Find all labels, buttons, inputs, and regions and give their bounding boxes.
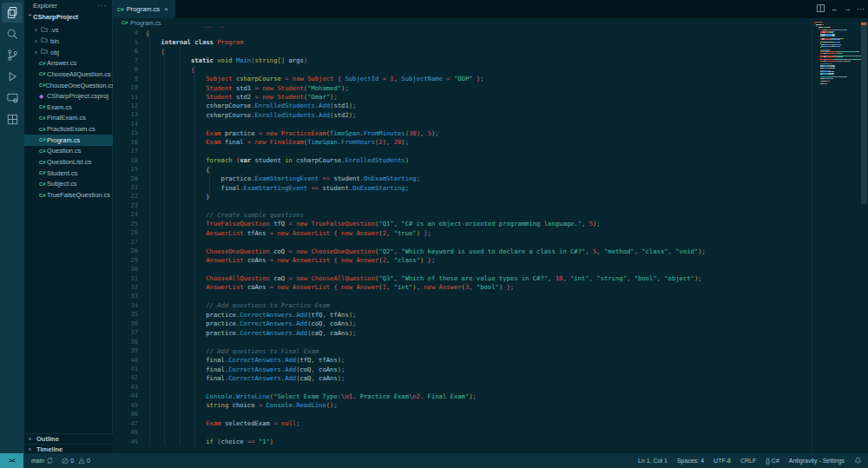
sidebar-item-chooseonequestion-cs[interactable]: C#ChooseOneQuestion.cs xyxy=(24,80,113,91)
code-line[interactable]: 29AnswerList coAns = new AnswerList { ne… xyxy=(113,255,812,264)
sidebar-item-finalexam-cs[interactable]: C#FinalExam.cs xyxy=(24,113,113,124)
explorer-more-actions-icon[interactable]: ··· xyxy=(98,2,108,10)
sidebar-item-obj[interactable]: ›obj xyxy=(24,47,113,58)
editor-action-navigate-back[interactable]: ← xyxy=(831,5,838,13)
code-line[interactable]: 49if (choice == "1") xyxy=(113,437,812,445)
sidebar-item-exam-cs[interactable]: C#Exam.cs xyxy=(24,102,113,113)
git-branch-status[interactable]: main xyxy=(31,457,54,465)
sidebar-item-chooseallquestion-cs[interactable]: C#ChooseAllQuestion.cs xyxy=(24,69,113,80)
tab-program-cs[interactable]: C# Program.cs × xyxy=(113,0,176,18)
code-line[interactable]: 47Exam selectedExam = null; xyxy=(113,419,812,428)
code-line[interactable]: 42final.CorrectAnswers.Add(caQ, caAns); xyxy=(113,373,812,382)
code-line[interactable]: 44Console.WriteLine("Select Exam Type:\n… xyxy=(113,392,812,400)
editor-action-split-editor[interactable] xyxy=(816,3,825,15)
code-line[interactable]: 17 xyxy=(113,147,812,155)
code-line[interactable]: 31ChooseAllQuestion caQ = new ChooseAllQ… xyxy=(113,274,812,282)
breadcrumb[interactable]: C# Program.cs xyxy=(113,18,812,27)
explorer-root-folder[interactable]: › CSharpProject xyxy=(24,11,112,23)
code-line[interactable]: 22} xyxy=(113,192,812,201)
code-line[interactable]: 36practice.CorrectAnswers.Add(coQ, coAns… xyxy=(113,320,812,328)
status-settings-sync[interactable]: Antigravity - Settings xyxy=(789,458,845,464)
code-line[interactable]: 38 xyxy=(113,337,812,346)
activity-bar-item-search[interactable] xyxy=(2,24,23,44)
sidebar-item-question-cs[interactable]: C#Question.cs xyxy=(24,146,113,157)
code-line[interactable]: 5internal class Program xyxy=(113,38,812,47)
code-line[interactable]: 8{ xyxy=(113,65,812,74)
editor-action-navigate-forward[interactable]: → xyxy=(844,5,852,13)
code-line[interactable]: 7static void Main(string[] args) xyxy=(113,56,812,65)
status-eol[interactable]: CRLF xyxy=(740,458,756,464)
line-number: 37 xyxy=(113,329,141,336)
notifications-bell-icon[interactable] xyxy=(854,457,862,465)
code-line[interactable]: 33 xyxy=(113,292,812,300)
activity-bar-item-explorer[interactable] xyxy=(2,3,23,23)
code-line[interactable]: 48 xyxy=(113,428,812,437)
code-line[interactable]: 11Student std2 = new Student("Omar"); xyxy=(113,92,812,101)
code-line[interactable]: 37practice.CorrectAnswers.Add(caQ, caAns… xyxy=(113,328,812,337)
code-line[interactable]: 30 xyxy=(113,265,812,274)
code-line[interactable]: 35practice.CorrectAnswers.Add(tfQ, tfAns… xyxy=(113,310,812,319)
editor-scrollbar[interactable] xyxy=(860,18,868,453)
code-line[interactable]: 39// Add questions to Final Exam xyxy=(113,346,812,355)
status-language-mode[interactable]: {} C# xyxy=(766,458,779,464)
code-line[interactable]: 45string choice = Console.ReadLine(); xyxy=(113,401,812,410)
code-line[interactable]: 12csharpCourse.EnrolledStudents.Add(std1… xyxy=(113,102,812,110)
code-line[interactable]: 46 xyxy=(113,410,812,419)
code-text: final.CorrectAnswers.Add(coQ, coAns); xyxy=(146,366,345,373)
code-line[interactable]: 19{ xyxy=(113,165,812,174)
remote-indicator[interactable]: >< xyxy=(0,453,23,468)
code-line[interactable]: 26AnswerList tfAns = new AnswerList { ne… xyxy=(113,228,812,237)
remote-window-icon xyxy=(6,91,19,104)
sidebar-item-student-cs[interactable]: C#Student.cs xyxy=(24,168,113,179)
sidebar-item-bin[interactable]: ›bin xyxy=(24,36,113,47)
code-line[interactable]: 6{ xyxy=(113,47,812,56)
code-line[interactable]: 23 xyxy=(113,201,812,210)
status-indentation[interactable]: Spaces: 4 xyxy=(677,458,704,464)
code-line[interactable]: 4{ xyxy=(113,29,812,37)
code-line[interactable]: 20practice.ExamStartingEvent += student.… xyxy=(113,174,812,182)
code-line[interactable]: 41final.CorrectAnswers.Add(coQ, coAns); xyxy=(113,365,812,373)
sidebar-item-truefalsequestion-cs[interactable]: C#TrueFalseQuestion.cs xyxy=(24,189,113,201)
sidebar-item-subject-cs[interactable]: C#Subject.cs xyxy=(24,179,113,190)
close-tab-icon[interactable]: × xyxy=(164,5,168,13)
code-line[interactable]: 14 xyxy=(113,120,812,129)
status-cursor-position[interactable]: Ln 1, Col 1 xyxy=(638,458,667,464)
activity-bar-item-run-debug[interactable] xyxy=(2,67,23,87)
code-editor[interactable]: 3namespace csharp_project4{5internal cla… xyxy=(113,27,812,453)
code-line[interactable]: 9Subject csharpCourse = new Subject { Su… xyxy=(113,74,812,82)
code-line[interactable]: 43 xyxy=(113,383,812,392)
code-line[interactable]: 16Exam final = new FinalExam(TimeSpan.Fr… xyxy=(113,138,812,147)
code-line[interactable]: 21final.ExamStartingEvent += student.OnE… xyxy=(113,183,812,192)
sidebar-item-questionlist-cs[interactable]: C#QuestionList.cs xyxy=(24,156,113,168)
code-line[interactable]: 13csharpCourse.EnrolledStudents.Add(std2… xyxy=(113,110,812,119)
status-encoding[interactable]: UTF-8 xyxy=(713,458,731,464)
code-line[interactable]: 40final.CorrectAnswers.Add(tfQ, tfAns); xyxy=(113,355,812,364)
problems-status[interactable]: 0 0 xyxy=(62,458,90,465)
minimap[interactable] xyxy=(812,18,860,453)
sidebar-item-csharpproject-csproj[interactable]: ◈CSharpProject.csproj xyxy=(24,90,113,102)
panel-outline[interactable]: ›Outline xyxy=(24,433,113,444)
code-line[interactable]: 24// Create sample questions xyxy=(113,210,812,219)
code-line[interactable]: 10Student std1 = new Student("Mohamed"); xyxy=(113,83,812,92)
panel-timeline[interactable]: ›Timeline xyxy=(24,444,113,454)
code-line[interactable]: 18foreach (var student in csharpCourse.E… xyxy=(113,155,812,164)
file-label: .vs xyxy=(50,26,59,34)
code-line[interactable]: 32AnswerList caAns = new AnswerList { ne… xyxy=(113,283,812,292)
scrollbar-thumb[interactable] xyxy=(861,22,867,204)
line-number: 3 xyxy=(113,27,141,28)
code-line[interactable]: 27 xyxy=(113,238,812,247)
code-line[interactable]: 34// Add questions to Practice Exam xyxy=(113,301,812,310)
csharp-file-icon: C# xyxy=(39,181,47,187)
activity-bar-item-extensions[interactable] xyxy=(2,109,23,129)
sidebar-item--vs[interactable]: ›.vs xyxy=(24,25,113,36)
code-line[interactable]: 25TrueFalseQuestion tfQ = new TrueFalseQ… xyxy=(113,220,812,228)
code-line[interactable]: 28ChooseOneQuestion coQ = new ChooseOneQ… xyxy=(113,247,812,255)
sidebar-item-program-cs[interactable]: C#Program.cs xyxy=(24,135,113,146)
editor-action-more-actions[interactable]: ··· xyxy=(857,5,865,13)
activity-bar-item-remote-explorer[interactable] xyxy=(2,88,23,108)
sidebar-item-practiceexam-cs[interactable]: C#PracticeExam.cs xyxy=(24,123,113,135)
sidebar-item-answer-cs[interactable]: C#Answer.cs xyxy=(24,57,113,69)
activity-bar-item-source-control[interactable] xyxy=(2,45,23,65)
code-line[interactable]: 15Exam practice = new PracticeExam(TimeS… xyxy=(113,129,812,137)
code-text: Student std1 = new Student("Mohamed"); xyxy=(146,84,349,92)
